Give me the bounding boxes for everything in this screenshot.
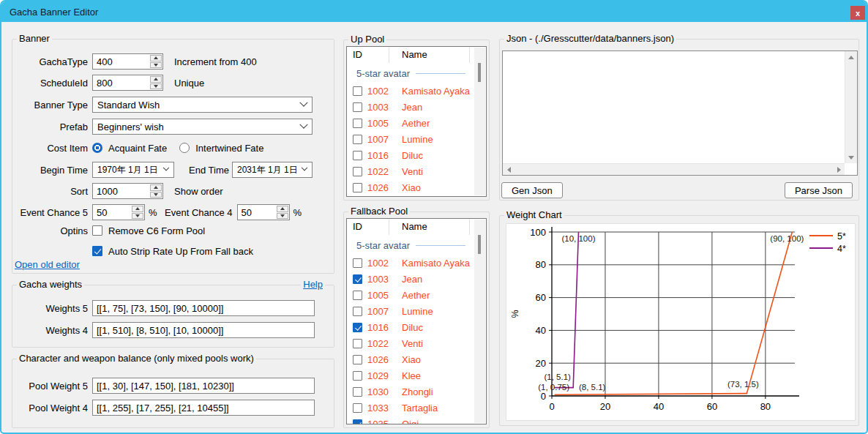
fallback-pool-list[interactable]: ID Name 5-star avatar 1002Kamisato Ayaka…: [346, 218, 487, 424]
y-tick-label: 60: [536, 292, 546, 303]
prefab-select[interactable]: Beginners' wish: [92, 119, 313, 135]
begin-time-select[interactable]: 1970年 1月 1日: [92, 162, 174, 178]
pool-item-checkbox[interactable]: [353, 258, 362, 268]
help-link[interactable]: Help: [301, 279, 325, 290]
pool-row[interactable]: 1030Zhongli: [347, 384, 486, 400]
pool-item-checkbox[interactable]: [353, 419, 362, 424]
pool-item-checkbox[interactable]: [353, 339, 362, 348]
pool-item-checkbox[interactable]: [353, 274, 362, 284]
spin-up-button[interactable]: [132, 206, 143, 212]
json-vertical-scrollbar[interactable]: [845, 51, 857, 163]
sort-spinner[interactable]: 1000: [92, 183, 163, 199]
pool-row[interactable]: 1007Lumine: [347, 131, 486, 147]
scroll-right-button[interactable]: [833, 164, 845, 176]
json-textarea[interactable]: [502, 50, 858, 176]
pool-row[interactable]: 1033Tartaglia: [347, 400, 486, 416]
weights-5-input[interactable]: [[1, 75], [73, 150], [90, 10000]]: [92, 300, 315, 316]
pool-item-id: 1003: [367, 274, 397, 285]
pool-row[interactable]: 1016Diluc: [347, 319, 486, 335]
pool-item-checkbox[interactable]: [353, 151, 362, 160]
group-banner-title: Banner: [17, 33, 52, 44]
weights-4-input[interactable]: [[1, 510], [8, 510], [10, 10000]]: [92, 322, 315, 338]
pool-item-checkbox[interactable]: [353, 119, 362, 128]
group-fallback-pool: Fallback Pool ID Name 5-star avatar 1002…: [343, 212, 490, 428]
up-pool-list[interactable]: ID Name 5-star avatar 1002Kamisato Ayaka…: [346, 46, 487, 197]
json-horizontal-scrollbar[interactable]: [503, 163, 845, 175]
pool-item-checkbox[interactable]: [353, 323, 362, 332]
scroll-down-button[interactable]: [845, 151, 857, 163]
pool-item-checkbox[interactable]: [353, 86, 362, 96]
scroll-left-button[interactable]: [503, 164, 515, 176]
scheduleid-spinner[interactable]: 800: [92, 75, 163, 91]
spin-down-button[interactable]: [132, 213, 143, 220]
pool-row[interactable]: 1026Xiao: [347, 179, 486, 195]
acquaint-fate-radio[interactable]: [92, 143, 102, 153]
pool-item-checkbox[interactable]: [353, 183, 362, 192]
pool-item-checkbox[interactable]: [353, 387, 362, 397]
pool-item-checkbox[interactable]: [353, 135, 362, 144]
fallback-pool-scrollbar[interactable]: [474, 220, 485, 423]
pool-row[interactable]: 1022Venti: [347, 163, 486, 179]
close-button[interactable]: x: [850, 6, 865, 20]
pool-row[interactable]: 1007Lumine: [347, 303, 486, 319]
close-icon: x: [856, 9, 860, 18]
pool-row[interactable]: 1026Xiao: [347, 351, 486, 367]
weights-5-value: [[1, 75], [73, 150], [90, 10000]]: [97, 303, 223, 314]
pool-row[interactable]: 1002Kamisato Ayaka: [347, 83, 486, 99]
spin-down-button[interactable]: [150, 83, 162, 90]
gachatype-spinner[interactable]: 400: [92, 53, 163, 70]
pool-row[interactable]: 1029Klee: [347, 367, 486, 384]
auto-strip-checkbox[interactable]: [92, 246, 102, 256]
up-pool-scrollbar[interactable]: [474, 48, 485, 195]
pool-row[interactable]: 1005Aether: [347, 287, 486, 303]
pool-item-checkbox[interactable]: [353, 307, 362, 316]
name-column-header: Name: [402, 221, 427, 232]
pool-item-name: Qiqi: [402, 419, 419, 424]
pool-item-id: 1002: [367, 258, 397, 269]
open-old-editor-link[interactable]: Open old editor: [15, 259, 80, 270]
spin-down-button[interactable]: [150, 62, 162, 69]
group-gacha-weights-title: Gacha weights: [17, 279, 84, 290]
pool-row[interactable]: 1002Kamisato Ayaka: [347, 255, 486, 271]
group-json-title: Json - (./Gresscutter/data/banners.json): [504, 33, 676, 44]
intertwined-fate-radio[interactable]: [179, 143, 190, 153]
pool-item-checkbox[interactable]: [353, 291, 362, 300]
pool-weight-4-input[interactable]: [[1, 255], [17, 255], [21, 10455]]: [92, 400, 315, 416]
remove-c6-checkbox[interactable]: [92, 225, 102, 236]
pool-weight-5-value: [[1, 30], [147, 150], [181, 10230]]: [97, 381, 234, 392]
scrollbar-thumb[interactable]: [478, 63, 481, 82]
scrollbar-thumb[interactable]: [478, 235, 481, 254]
titlebar[interactable]: Gacha Banner Editor x: [1, 1, 867, 22]
spin-down-button[interactable]: [277, 213, 288, 220]
spin-up-button[interactable]: [277, 206, 288, 212]
json-text-content[interactable]: [504, 53, 843, 162]
pool-row[interactable]: 1003Jean: [347, 271, 486, 287]
parse-json-button[interactable]: Parse Json: [785, 182, 853, 198]
banner-type-value: Standard Wish: [97, 100, 160, 111]
gen-json-button[interactable]: Gen Json: [501, 182, 563, 198]
spin-down-icon: [154, 193, 158, 196]
end-time-select[interactable]: 2031年 1月 1日: [232, 162, 313, 178]
spin-up-button[interactable]: [150, 76, 162, 83]
pool-row[interactable]: 1016Diluc: [347, 147, 486, 163]
pool-item-checkbox[interactable]: [353, 371, 362, 381]
event-chance-4-spinner[interactable]: 50: [237, 204, 290, 220]
spin-up-button[interactable]: [150, 55, 162, 61]
pool-row[interactable]: 1022Venti: [347, 335, 486, 351]
pool-item-checkbox[interactable]: [353, 355, 362, 364]
pool-item-checkbox[interactable]: [353, 167, 362, 176]
scheduleid-hint: Unique: [174, 78, 204, 89]
up-pool-header: ID Name: [347, 47, 486, 64]
scroll-up-button[interactable]: [845, 51, 857, 63]
pool-row[interactable]: 1005Aether: [347, 115, 486, 131]
pool-item-checkbox[interactable]: [353, 102, 362, 112]
pool-weight-5-input[interactable]: [[1, 30], [147, 150], [181, 10230]]: [92, 378, 315, 394]
pool-row[interactable]: 1003Jean: [347, 99, 486, 115]
pool-row[interactable]: 1035Qiqi: [347, 416, 486, 424]
event-chance-5-spinner[interactable]: 50: [92, 204, 145, 220]
spin-up-button[interactable]: [150, 184, 162, 191]
window-title: Gacha Banner Editor: [10, 7, 98, 18]
pool-item-checkbox[interactable]: [353, 403, 362, 413]
banner-type-select[interactable]: Standard Wish: [92, 97, 313, 113]
spin-down-button[interactable]: [150, 192, 162, 198]
